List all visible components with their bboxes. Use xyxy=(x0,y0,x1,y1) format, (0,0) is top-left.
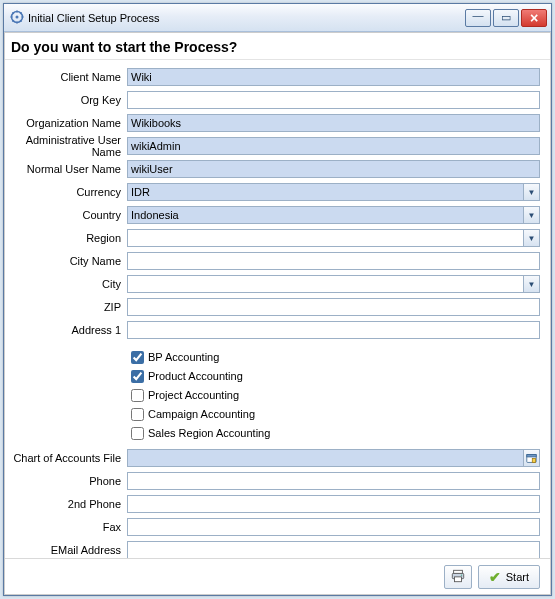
row-phone: Phone xyxy=(7,470,540,492)
label-phone: Phone xyxy=(7,475,127,487)
client-name-input[interactable] xyxy=(127,68,540,86)
print-button[interactable] xyxy=(444,565,472,589)
svg-line-7 xyxy=(20,20,21,21)
project-accounting-checkbox[interactable] xyxy=(131,389,144,402)
label-address1: Address 1 xyxy=(7,324,127,336)
svg-line-9 xyxy=(12,20,13,21)
label-client-name: Client Name xyxy=(7,71,127,83)
svg-line-8 xyxy=(20,12,21,13)
minimize-button[interactable]: — xyxy=(465,9,491,27)
row-city-name: City Name xyxy=(7,250,540,272)
label-fax: Fax xyxy=(7,521,127,533)
coa-input[interactable] xyxy=(127,449,523,467)
row-coa: Chart of Accounts File xyxy=(7,447,540,469)
svg-rect-11 xyxy=(527,454,536,456)
label-normal-user: Normal User Name xyxy=(7,163,127,175)
label-zip: ZIP xyxy=(7,301,127,313)
row-sales-region-accounting: Sales Region Accounting xyxy=(7,424,540,442)
coa-browse-icon[interactable] xyxy=(523,449,540,467)
country-combo[interactable]: ▼ xyxy=(127,206,540,224)
dialog-heading: Do you want to start the Process? xyxy=(5,33,550,60)
row-org-name: Organization Name xyxy=(7,112,540,134)
label-org-key: Org Key xyxy=(7,94,127,106)
campaign-accounting-checkbox[interactable] xyxy=(131,408,144,421)
fax-input[interactable] xyxy=(127,518,540,536)
start-button[interactable]: ✔ Start xyxy=(478,565,540,589)
row-project-accounting: Project Accounting xyxy=(7,386,540,404)
row-bp-accounting: BP Accounting xyxy=(7,348,540,366)
currency-dropdown-icon[interactable]: ▼ xyxy=(523,183,540,201)
label-city-name: City Name xyxy=(7,255,127,267)
dialog-content: Do you want to start the Process? Client… xyxy=(4,32,551,595)
country-input[interactable] xyxy=(127,206,523,224)
maximize-button[interactable]: ▭ xyxy=(493,9,519,27)
row-org-key: Org Key xyxy=(7,89,540,111)
label-org-name: Organization Name xyxy=(7,117,127,129)
currency-combo[interactable]: ▼ xyxy=(127,183,540,201)
city-input[interactable] xyxy=(127,275,523,293)
row-product-accounting: Product Accounting xyxy=(7,367,540,385)
label-region: Region xyxy=(7,232,127,244)
coa-field[interactable] xyxy=(127,449,540,467)
label-country: Country xyxy=(7,209,127,221)
project-accounting-label: Project Accounting xyxy=(148,389,239,401)
close-button[interactable]: × xyxy=(521,9,547,27)
svg-point-1 xyxy=(16,15,19,18)
row-zip: ZIP xyxy=(7,296,540,318)
currency-input[interactable] xyxy=(127,183,523,201)
product-accounting-checkbox[interactable] xyxy=(131,370,144,383)
row-phone2: 2nd Phone xyxy=(7,493,540,515)
region-dropdown-icon[interactable]: ▼ xyxy=(523,229,540,247)
row-fax: Fax xyxy=(7,516,540,538)
email-input[interactable] xyxy=(127,541,540,558)
admin-user-input[interactable] xyxy=(127,137,540,155)
button-bar: ✔ Start xyxy=(5,558,550,594)
zip-input[interactable] xyxy=(127,298,540,316)
country-dropdown-icon[interactable]: ▼ xyxy=(523,206,540,224)
window-buttons: — ▭ × xyxy=(465,9,547,27)
city-combo[interactable]: ▼ xyxy=(127,275,540,293)
label-currency: Currency xyxy=(7,186,127,198)
city-name-input[interactable] xyxy=(127,252,540,270)
label-city: City xyxy=(7,278,127,290)
org-key-input[interactable] xyxy=(127,91,540,109)
label-phone2: 2nd Phone xyxy=(7,498,127,510)
svg-rect-15 xyxy=(454,576,461,581)
row-admin-user: Administrative User Name xyxy=(7,135,540,157)
label-coa: Chart of Accounts File xyxy=(7,452,127,464)
label-email: EMail Address xyxy=(7,544,127,556)
bp-accounting-label: BP Accounting xyxy=(148,351,219,363)
normal-user-input[interactable] xyxy=(127,160,540,178)
row-campaign-accounting: Campaign Accounting xyxy=(7,405,540,423)
sales-region-accounting-label: Sales Region Accounting xyxy=(148,427,270,439)
row-client-name: Client Name xyxy=(7,66,540,88)
region-combo[interactable]: ▼ xyxy=(127,229,540,247)
app-window: Initial Client Setup Process — ▭ × Do yo… xyxy=(3,3,552,596)
row-normal-user: Normal User Name xyxy=(7,158,540,180)
phone2-input[interactable] xyxy=(127,495,540,513)
row-city: City ▼ xyxy=(7,273,540,295)
sales-region-accounting-checkbox[interactable] xyxy=(131,427,144,440)
start-button-label: Start xyxy=(506,571,529,583)
checkmark-icon: ✔ xyxy=(489,569,501,585)
form-area: Client Name Org Key Organization Name Ad… xyxy=(5,60,550,558)
label-admin-user: Administrative User Name xyxy=(7,134,127,158)
row-email: EMail Address xyxy=(7,539,540,558)
row-address1: Address 1 xyxy=(7,319,540,341)
window-title: Initial Client Setup Process xyxy=(28,12,465,24)
svg-line-6 xyxy=(12,12,13,13)
region-input[interactable] xyxy=(127,229,523,247)
titlebar[interactable]: Initial Client Setup Process — ▭ × xyxy=(4,4,551,32)
svg-point-16 xyxy=(461,574,462,575)
product-accounting-label: Product Accounting xyxy=(148,370,243,382)
phone-input[interactable] xyxy=(127,472,540,490)
row-region: Region ▼ xyxy=(7,227,540,249)
svg-rect-12 xyxy=(532,458,535,462)
campaign-accounting-label: Campaign Accounting xyxy=(148,408,255,420)
org-name-input[interactable] xyxy=(127,114,540,132)
app-icon xyxy=(10,10,24,26)
address1-input[interactable] xyxy=(127,321,540,339)
bp-accounting-checkbox[interactable] xyxy=(131,351,144,364)
printer-icon xyxy=(451,569,465,585)
city-dropdown-icon[interactable]: ▼ xyxy=(523,275,540,293)
